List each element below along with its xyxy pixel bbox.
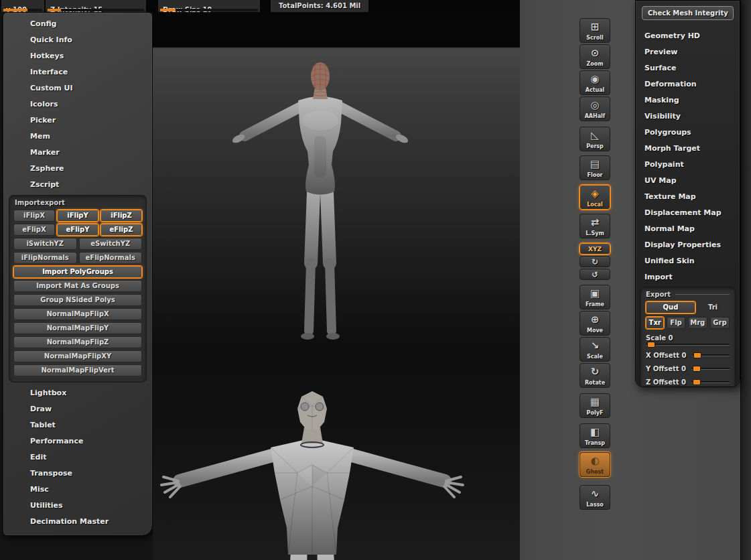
export-toggle-button[interactable]: Tri	[698, 301, 728, 313]
shelf-button[interactable]: XYZ	[579, 243, 610, 255]
menu-item[interactable]: Zsphere	[3, 161, 152, 177]
menu-item[interactable]: Config	[3, 16, 152, 32]
export-option-button[interactable]: Grp	[710, 317, 730, 329]
tool-section-item[interactable]: Deformation	[636, 76, 740, 92]
importexport-button[interactable]: eFlipY	[57, 224, 98, 236]
tool-section-item[interactable]: Polygroups	[636, 125, 740, 141]
export-option-button[interactable]: Mrg	[688, 317, 707, 329]
shelf-button[interactable]: ▦ PolyF	[579, 393, 610, 418]
importexport-button[interactable]: NormalMapFlipVert	[13, 364, 142, 376]
slider-track[interactable]	[692, 354, 730, 356]
menu-item[interactable]: Lightbox	[3, 385, 152, 401]
importexport-button[interactable]: NormalMapFlipY	[13, 322, 142, 334]
menu-item[interactable]: Transpose	[3, 466, 152, 482]
shelf-button[interactable]: ◎ AAHalf	[579, 96, 610, 121]
scrollbar[interactable]	[740, 0, 751, 560]
tool-section-item[interactable]: Normal Map	[636, 221, 740, 237]
shelf-slider[interactable]: Z Intensity 15	[46, 0, 146, 12]
offset-slider[interactable]: X Offsett 0	[646, 352, 730, 359]
shelf-button[interactable]: ▣ Frame	[579, 285, 610, 309]
menu-item[interactable]: Picker	[3, 113, 152, 129]
slider-track[interactable]	[691, 381, 730, 383]
menu-item[interactable]: Marker	[3, 145, 152, 161]
shelf-button[interactable]: ▤ Floor	[579, 155, 610, 180]
slider-knob[interactable]	[693, 366, 701, 372]
shelf-button[interactable]: ◐ Ghost	[579, 452, 610, 477]
shelf-button[interactable]: ↻	[579, 256, 610, 267]
slider-track[interactable]	[160, 9, 258, 11]
shelf-button[interactable]: ∿ Lasso	[579, 485, 610, 510]
export-option-button[interactable]: Txr	[646, 317, 664, 329]
slider-track[interactable]	[691, 368, 730, 370]
menu-item[interactable]: Performance	[3, 433, 152, 449]
shelf-button[interactable]: ◧ Transp	[579, 423, 610, 448]
importexport-button[interactable]: Import PolyGroups	[13, 266, 142, 278]
importexport-button[interactable]: iFlipX	[13, 210, 55, 222]
menu-item[interactable]: Zscript	[3, 177, 152, 193]
menu-item[interactable]: Edit	[3, 449, 152, 466]
offset-slider[interactable]: Y Offsett 0	[646, 365, 730, 372]
export-option-button[interactable]: Flp	[667, 317, 685, 329]
tool-section-item[interactable]: Display Properties	[636, 237, 740, 253]
tool-section-item[interactable]: Polypaint	[636, 157, 740, 173]
slider-track[interactable]	[646, 344, 730, 346]
offset-slider[interactable]: Z Offsett 0	[646, 378, 730, 386]
slider-knob[interactable]	[693, 379, 701, 385]
tool-section-item[interactable]: Unified Skin	[636, 253, 740, 269]
tool-section-item[interactable]: Geometry HD	[636, 28, 740, 44]
tool-section-item[interactable]: Preview	[636, 44, 740, 60]
importexport-button[interactable]: eSwitchYZ	[79, 238, 143, 250]
tool-section-item[interactable]: Import	[636, 269, 740, 285]
importexport-button[interactable]: NormalMapFlipX	[13, 308, 142, 320]
shelf-button[interactable]: ◉ Actual	[579, 70, 610, 95]
shelf-slider[interactable]: y 100	[1, 0, 44, 12]
tool-section-item[interactable]: Morph Target	[636, 141, 740, 157]
menu-item[interactable]: Decimation Master	[3, 514, 152, 530]
shelf-button[interactable]: ⊞ Scroll	[579, 18, 610, 43]
slider-track[interactable]	[48, 9, 144, 11]
importexport-button[interactable]: iSwitchYZ	[13, 238, 77, 250]
tool-section-item[interactable]: Texture Map	[636, 189, 740, 205]
tool-section-item[interactable]: Surface	[636, 60, 740, 76]
shelf-button[interactable]: ⊙ Zoom	[579, 44, 610, 69]
menu-item[interactable]: Icolors	[3, 96, 152, 113]
menu-item[interactable]: Tablet	[3, 417, 152, 433]
tool-section-item[interactable]: UV Map	[636, 173, 740, 189]
menu-item[interactable]: Hotkeys	[3, 48, 152, 64]
importexport-button[interactable]: iFlipY	[57, 210, 98, 222]
importexport-button[interactable]: Import Mat As Groups	[13, 280, 142, 292]
tool-section-item[interactable]: Masking	[636, 92, 740, 109]
importexport-button[interactable]: iFlipZ	[100, 210, 142, 222]
shelf-button[interactable]: ◺ Persp	[579, 127, 610, 151]
importexport-button[interactable]: Group NSided Polys	[13, 294, 142, 306]
slider-knob[interactable]	[693, 352, 701, 358]
check-mesh-integrity-button[interactable]: Check Mesh Integrity	[642, 6, 734, 20]
menu-item[interactable]: Interface	[3, 64, 152, 80]
slider-track[interactable]	[3, 9, 42, 11]
menu-item[interactable]: Quick Info	[3, 32, 152, 48]
shelf-button[interactable]: ↘ Scale	[579, 337, 610, 362]
shelf-slider[interactable]: Draw Size 10	[158, 0, 260, 12]
menu-item[interactable]: Utilities	[3, 498, 152, 514]
tool-section-item[interactable]: Displacement Map	[636, 205, 740, 221]
slider-knob[interactable]	[647, 342, 655, 348]
viewport-canvas[interactable]	[153, 12, 520, 560]
shelf-button[interactable]: ⇄ L.Sym	[579, 214, 610, 238]
menu-item[interactable]: Misc	[3, 482, 152, 498]
shelf-button[interactable]: ⊕ Move	[579, 311, 610, 336]
importexport-button[interactable]: eFlipZ	[100, 224, 142, 236]
export-toggle-button[interactable]: Qud	[646, 301, 695, 313]
importexport-button[interactable]: iFlipNormals	[13, 252, 77, 264]
tool-section-item[interactable]: Visibility	[636, 109, 740, 125]
menu-item[interactable]: Mem	[3, 129, 152, 145]
scale-slider[interactable]: Scale 0	[646, 334, 730, 346]
importexport-button[interactable]: eFlipX	[13, 224, 55, 236]
menu-item[interactable]: Draw	[3, 401, 152, 417]
shelf-button[interactable]: ◈ Local	[579, 185, 610, 210]
menu-item[interactable]: Custom UI	[3, 80, 152, 96]
shelf-button[interactable]: ↻ Rotate	[579, 363, 610, 388]
importexport-button[interactable]: NormalMapFlipZ	[13, 336, 142, 348]
shelf-button[interactable]: ↺	[579, 269, 610, 280]
importexport-button[interactable]: eFlipNormals	[79, 252, 143, 264]
importexport-button[interactable]: NormalMapFlipXY	[13, 350, 142, 362]
